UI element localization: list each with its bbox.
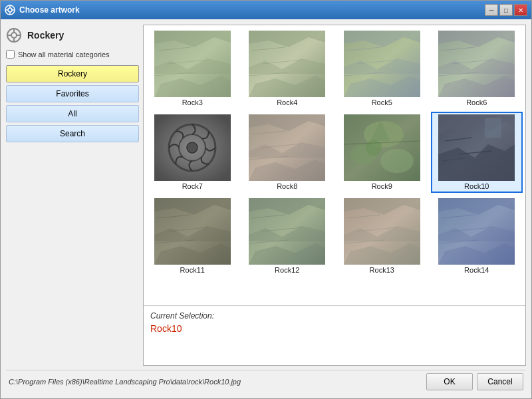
file-path: C:\Program Files (x86)\Realtime Landscap… [9, 378, 241, 386]
svg-rect-65 [485, 118, 501, 138]
title-bar-buttons: ─ □ ✕ [485, 4, 527, 16]
nav-btn-rockery[interactable]: Rockery [6, 65, 139, 82]
artwork-label: Rock13 [370, 266, 394, 274]
svg-point-57 [366, 140, 382, 156]
artwork-label: Rock6 [466, 98, 487, 106]
artwork-item[interactable]: Rock11 [146, 196, 239, 277]
artwork-label: Rock8 [277, 182, 297, 190]
artwork-thumb [154, 198, 231, 265]
artwork-label: Rock5 [372, 98, 392, 106]
artwork-label: Rock3 [182, 98, 203, 106]
artwork-label: Rock14 [464, 266, 489, 274]
artwork-thumb [249, 114, 325, 181]
main-window: Choose artwork ─ □ ✕ [0, 0, 532, 399]
artwork-item[interactable]: Rock8 [241, 112, 334, 193]
artwork-item[interactable]: Rock9 [336, 112, 428, 193]
artwork-label: Rock4 [277, 98, 297, 106]
footer: C:\Program Files (x86)\Realtime Landscap… [6, 370, 526, 393]
artwork-label: Rock12 [275, 266, 299, 274]
artwork-item[interactable]: Rock14 [431, 196, 523, 277]
artwork-thumb [344, 114, 420, 181]
artwork-label: Rock7 [182, 182, 203, 190]
show-all-checkbox-row[interactable]: Show all material categories [6, 50, 139, 59]
artwork-thumb [438, 114, 515, 181]
artwork-thumb [249, 198, 325, 265]
category-title: Rockery [27, 30, 64, 41]
maximize-button[interactable]: □ [499, 4, 513, 16]
artwork-item[interactable]: Rock7 [146, 112, 239, 193]
artwork-label: Rock10 [464, 182, 489, 190]
artwork-thumb [249, 31, 325, 97]
content-area: Rockery Show all material categories Roc… [6, 25, 526, 366]
window-icon [5, 5, 15, 15]
selection-label: Current Selection: [150, 311, 519, 321]
artwork-thumb [154, 31, 231, 97]
artwork-thumb [344, 31, 420, 97]
selection-panel: Current Selection: Rock10 [144, 305, 525, 365]
svg-point-55 [380, 149, 414, 173]
footer-buttons: OK Cancel [426, 373, 523, 390]
show-all-label: Show all material categories [18, 51, 110, 59]
artwork-grid-scroll[interactable]: Rock3 Rock4 [144, 25, 525, 305]
artwork-grid: Rock3 Rock4 [146, 28, 523, 277]
sidebar-header: Rockery [6, 25, 139, 46]
svg-point-44 [187, 142, 198, 153]
selection-value: Rock10 [150, 323, 519, 334]
close-button[interactable]: ✕ [514, 4, 527, 16]
artwork-thumb [438, 198, 515, 265]
artwork-item[interactable]: Rock5 [336, 28, 428, 109]
window-body: Rockery Show all material categories Roc… [1, 19, 531, 398]
category-icon [6, 27, 22, 43]
window-title: Choose artwork [19, 5, 80, 15]
nav-buttons: Rockery Favorites All Search [6, 65, 139, 142]
artwork-item[interactable]: Rock3 [146, 28, 239, 109]
artwork-thumb [344, 198, 420, 265]
nav-btn-search[interactable]: Search [6, 125, 139, 142]
title-bar-left: Choose artwork [5, 5, 80, 15]
cancel-button[interactable]: Cancel [477, 373, 523, 390]
artwork-label: Rock9 [372, 182, 392, 190]
sidebar: Rockery Show all material categories Roc… [6, 25, 139, 366]
nav-btn-all[interactable]: All [6, 105, 139, 122]
svg-point-7 [11, 33, 17, 38]
artwork-item[interactable]: Rock12 [241, 196, 334, 277]
svg-point-1 [8, 8, 12, 12]
title-bar: Choose artwork ─ □ ✕ [1, 1, 531, 19]
main-panel: Rock3 Rock4 [143, 25, 526, 366]
artwork-thumb [438, 31, 515, 97]
artwork-item[interactable]: Rock13 [336, 196, 428, 277]
show-all-checkbox[interactable] [6, 50, 15, 59]
artwork-item[interactable]: Rock4 [241, 28, 334, 109]
minimize-button[interactable]: ─ [485, 4, 498, 16]
artwork-label: Rock11 [180, 266, 205, 274]
artwork-item[interactable]: Rock6 [431, 28, 523, 109]
artwork-item[interactable]: Rock10 [431, 112, 523, 193]
artwork-thumb [154, 114, 231, 181]
nav-btn-favorites[interactable]: Favorites [6, 85, 139, 102]
ok-button[interactable]: OK [426, 373, 473, 390]
